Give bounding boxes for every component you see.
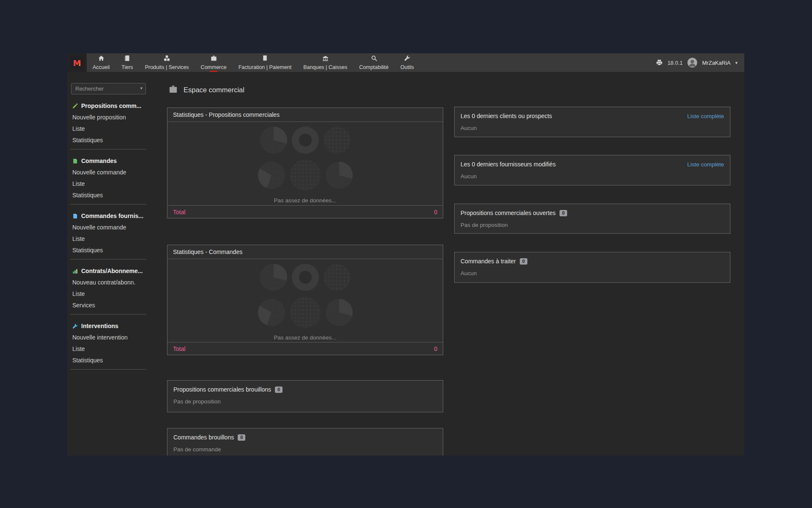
wrench-icon <box>404 55 410 63</box>
nav-item-outils[interactable]: Outils <box>395 53 420 72</box>
sidebar-item-liste-commandes[interactable]: Liste <box>72 180 146 187</box>
count-badge: 0 <box>275 387 283 393</box>
app-window: M Accueil Tiers Produits | Services <box>67 53 744 456</box>
avatar[interactable] <box>687 58 697 68</box>
chart-placeholder-circle <box>290 297 321 328</box>
nav-item-facturation[interactable]: Facturation | Paiement <box>233 53 298 72</box>
sidebar-heading-label: Interventions <box>81 323 118 329</box>
count-badge: 0 <box>520 258 527 265</box>
sidebar: ▾ Propositions comm... Nouvelle proposit… <box>67 72 151 456</box>
card-total-row: Total 0 <box>167 205 443 218</box>
svg-text:M: M <box>73 58 81 68</box>
chart-placeholder-circle <box>258 299 285 326</box>
sidebar-item-nouvelle-commande-fournisseur[interactable]: Nouvelle commande <box>72 224 146 231</box>
nav-item-commerce[interactable]: Commerce <box>195 53 233 72</box>
username[interactable]: MrZaKaRiA <box>702 60 730 66</box>
sidebar-item-liste-commandes-fournisseurs[interactable]: Liste <box>72 235 146 242</box>
supplier-order-file-icon <box>72 213 78 219</box>
card-stats-commandes: Statistiques - Commandes Pas assez de do… <box>167 245 443 355</box>
sidebar-item-services[interactable]: Services <box>72 302 146 309</box>
chevron-down-icon[interactable]: ▾ <box>140 86 143 91</box>
nav-item-label: Outils <box>401 64 414 70</box>
total-value: 0 <box>434 209 437 215</box>
sidebar-heading-label: Commandes <box>81 157 117 164</box>
card-body-text: Pas de commande <box>167 441 443 456</box>
chart-placeholder-circle <box>326 299 353 326</box>
bank-icon <box>322 55 329 63</box>
chart-placeholder-circle <box>324 127 351 154</box>
nav-item-label: Commerce <box>201 64 227 70</box>
chart-placeholder: Pas assez de données... <box>167 122 443 205</box>
sidebar-item-liste-propositions[interactable]: Liste <box>72 125 146 132</box>
sidebar-item-nouvelle-intervention[interactable]: Nouvelle intervention <box>72 334 146 341</box>
chevron-down-icon[interactable]: ▾ <box>735 60 738 66</box>
sidebar-search: ▾ <box>71 83 146 94</box>
nav-item-tiers[interactable]: Tiers <box>115 53 139 72</box>
total-value: 0 <box>434 345 437 352</box>
page-title-label: Espace commercial <box>184 86 244 94</box>
card-title: Commandes brouillons <box>173 434 234 441</box>
count-badge: 0 <box>560 210 567 216</box>
sidebar-heading-commandes-fournisseurs[interactable]: Commandes fournis... <box>72 213 146 219</box>
card-body-text: Aucun <box>455 265 730 282</box>
chart-placeholder-circle <box>260 127 287 154</box>
sidebar-heading-contrats[interactable]: Contrats/Abonneme... <box>72 268 146 274</box>
sidebar-item-nouvelle-proposition[interactable]: Nouvelle proposition <box>72 114 146 121</box>
chart-placeholder-circle <box>292 264 319 291</box>
count-badge: 0 <box>238 434 245 441</box>
user-icon <box>687 58 697 68</box>
nav-item-produits-services[interactable]: Produits | Services <box>139 53 195 72</box>
sidebar-heading-propositions[interactable]: Propositions comm... <box>72 102 146 109</box>
card-title: Les 0 derniers fournisseurs modifiés <box>461 161 556 168</box>
order-file-icon <box>72 158 78 164</box>
card-propositions-ouvertes: Propositions commerciales ouvertes 0 Pas… <box>454 204 730 234</box>
sidebar-item-nouvelle-commande[interactable]: Nouvelle commande <box>72 169 146 176</box>
nav-item-accueil[interactable]: Accueil <box>87 53 115 72</box>
card-body-text: Pas de proposition <box>455 216 730 234</box>
sidebar-section-commandes-fournisseurs: Commandes fournis... Nouvelle commande L… <box>70 204 146 260</box>
nav-item-banques[interactable]: Banques | Caisses <box>297 53 353 72</box>
liste-complete-link[interactable]: Liste complète <box>687 161 724 168</box>
sidebar-heading-interventions[interactable]: Interventions <box>72 323 146 329</box>
no-data-text: Pas assez de données... <box>274 334 337 341</box>
card-title: Propositions commerciales ouvertes <box>461 210 556 216</box>
card-derniers-clients: Les 0 derniers clients ou prospects List… <box>454 107 730 137</box>
sidebar-section-propositions: Propositions comm... Nouvelle propositio… <box>70 94 146 149</box>
card-derniers-fournisseurs: Les 0 derniers fournisseurs modifiés Lis… <box>454 155 730 185</box>
chart-placeholder-row <box>258 160 353 191</box>
sidebar-item-statistiques-propositions[interactable]: Statistiques <box>72 137 146 144</box>
version-label: 18.0.1 <box>667 60 683 66</box>
briefcase-icon <box>169 85 178 95</box>
chart-placeholder-circle <box>290 160 321 191</box>
chart-placeholder-circle <box>326 162 353 189</box>
chart-placeholder-row <box>258 297 353 328</box>
sidebar-item-liste-interventions[interactable]: Liste <box>72 345 146 352</box>
sidebar-item-liste-contrats[interactable]: Liste <box>72 290 146 297</box>
sidebar-item-statistiques-commandes[interactable]: Statistiques <box>72 192 146 199</box>
liste-complete-link[interactable]: Liste complète <box>687 113 724 119</box>
nav-item-comptabilite[interactable]: Comptabilité <box>353 53 394 72</box>
sidebar-section-commandes: Commandes Nouvelle commande Liste Statis… <box>70 149 146 204</box>
briefcase-icon <box>211 55 217 63</box>
chart-placeholder-circle <box>324 264 351 291</box>
sidebar-heading-commandes[interactable]: Commandes <box>72 157 146 164</box>
sidebar-item-statistiques-commandes-fournisseurs[interactable]: Statistiques <box>72 247 146 254</box>
nav-item-label: Banques | Caisses <box>303 64 347 70</box>
app-logo[interactable]: M <box>67 53 87 72</box>
card-header: Commandes brouillons 0 <box>167 428 443 441</box>
nav-item-label: Comptabilité <box>359 64 388 70</box>
printer-icon[interactable] <box>656 59 663 66</box>
nav-item-label: Produits | Services <box>145 64 189 70</box>
card-body-text: Aucun <box>455 119 730 137</box>
sidebar-item-statistiques-interventions[interactable]: Statistiques <box>72 357 146 364</box>
sidebar-section-interventions: Interventions Nouvelle intervention List… <box>70 315 146 370</box>
contract-chart-icon <box>72 268 78 274</box>
sidebar-item-nouveau-contrat[interactable]: Nouveau contrat/abonn. <box>72 279 146 286</box>
card-header: Les 0 derniers fournisseurs modifiés Lis… <box>455 155 730 168</box>
chart-placeholder-circle <box>292 127 319 154</box>
card-stats-propositions: Statistiques - Propositions commerciales… <box>167 108 443 218</box>
card-title: Propositions commerciales brouillons <box>173 386 271 393</box>
chart-placeholder-circle <box>258 162 285 189</box>
card-header: Commandes à traiter 0 <box>455 252 730 265</box>
search-input[interactable] <box>71 83 146 94</box>
